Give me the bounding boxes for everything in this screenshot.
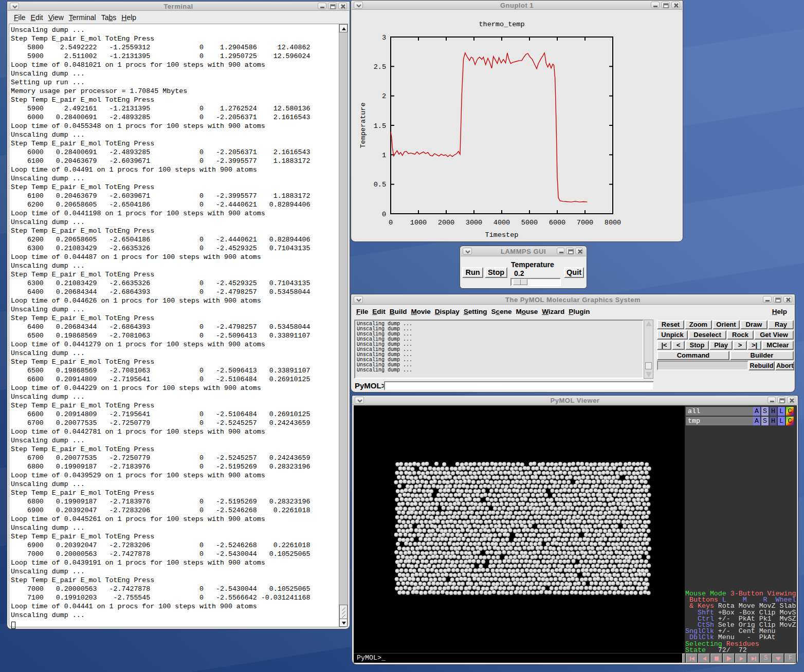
svg-text:3000: 3000 <box>466 219 482 227</box>
svg-text:Temperature: Temperature <box>359 102 367 148</box>
svg-text:1.5: 1.5 <box>374 122 386 130</box>
svg-text:Timestep: Timestep <box>485 231 519 239</box>
svg-text:0: 0 <box>389 219 393 227</box>
svg-text:1: 1 <box>382 152 386 159</box>
svg-text:1000: 1000 <box>410 219 427 227</box>
svg-text:8000: 8000 <box>605 219 621 227</box>
svg-text:3: 3 <box>382 34 386 42</box>
svg-text:6000: 6000 <box>549 219 565 227</box>
svg-text:0: 0 <box>382 211 386 218</box>
svg-text:7000: 7000 <box>577 219 593 227</box>
svg-text:5000: 5000 <box>521 219 538 227</box>
svg-text:0.5: 0.5 <box>374 181 386 189</box>
svg-text:2000: 2000 <box>438 219 454 227</box>
svg-text:thermo_temp: thermo_temp <box>479 21 524 28</box>
svg-text:2: 2 <box>382 92 386 100</box>
svg-text:2.5: 2.5 <box>374 63 386 71</box>
svg-text:4000: 4000 <box>494 219 510 227</box>
